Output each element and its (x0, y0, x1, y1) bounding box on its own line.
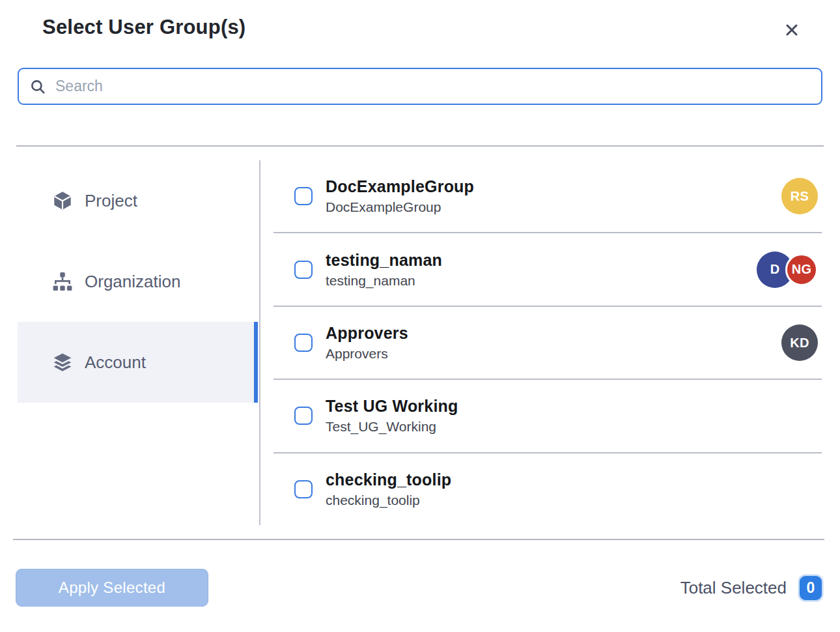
group-name: Test UG Working (326, 397, 458, 416)
group-name: DocExampleGroup (326, 177, 474, 196)
search-input[interactable] (55, 78, 811, 95)
modal-title: Select User Group(s) (42, 16, 245, 39)
org-chart-icon (52, 271, 73, 292)
tab-account[interactable]: Account (18, 322, 258, 403)
tab-label: Project (85, 191, 137, 211)
group-subtitle: DocExampleGroup (326, 199, 474, 215)
user-group-row: testing_naman testing_naman DNG (273, 233, 822, 306)
search-box (18, 68, 822, 105)
apply-selected-button[interactable]: Apply Selected (16, 569, 208, 607)
cube-icon (52, 190, 73, 211)
group-checkbox[interactable] (294, 334, 313, 352)
tab-project[interactable]: Project (18, 160, 258, 241)
user-group-row: Test UG Working Test_UG_Working (273, 380, 822, 453)
user-group-row: Approvers Approvers KD (273, 307, 822, 380)
user-group-list: DocExampleGroup DocExampleGroup RS testi… (273, 160, 822, 525)
user-group-row: checking_toolip checking_toolip (273, 453, 822, 525)
select-user-groups-modal: Select User Group(s) (0, 0, 840, 632)
group-checkbox[interactable] (294, 187, 313, 205)
close-button[interactable] (780, 18, 804, 42)
avatar: KD (781, 324, 818, 361)
group-name: checking_toolip (326, 470, 451, 489)
layers-icon (52, 352, 73, 373)
tab-label: Organization (85, 272, 180, 292)
group-name: testing_naman (326, 251, 442, 270)
avatar: RS (781, 178, 818, 214)
total-selected-label: Total Selected (680, 578, 787, 598)
user-group-row: DocExampleGroup DocExampleGroup RS (273, 160, 822, 233)
group-checkbox[interactable] (294, 407, 313, 425)
total-selected-count-badge: 0 (800, 576, 822, 600)
tab-organization[interactable]: Organization (18, 241, 258, 322)
group-subtitle: testing_naman (326, 273, 442, 289)
group-avatars: RS (781, 178, 818, 214)
group-subtitle: checking_toolip (326, 493, 451, 508)
tab-label: Account (85, 352, 146, 373)
avatar: NG (785, 253, 818, 286)
group-subtitle: Approvers (326, 346, 408, 362)
close-icon (783, 31, 801, 41)
search-icon (29, 78, 46, 95)
group-subtitle: Test_UG_Working (326, 419, 458, 435)
modal-header: Select User Group(s) (0, 0, 840, 42)
group-avatars: KD (781, 324, 818, 361)
group-checkbox[interactable] (294, 480, 313, 498)
group-checkbox[interactable] (294, 261, 313, 279)
group-avatars: DNG (757, 251, 818, 288)
modal-content: Project Organization (0, 160, 840, 525)
group-name: Approvers (326, 324, 408, 343)
total-selected: Total Selected 0 (680, 576, 822, 600)
header-divider (16, 145, 824, 147)
scope-sidebar: Project Organization (0, 160, 260, 525)
modal-footer: Apply Selected Total Selected 0 (0, 540, 840, 607)
